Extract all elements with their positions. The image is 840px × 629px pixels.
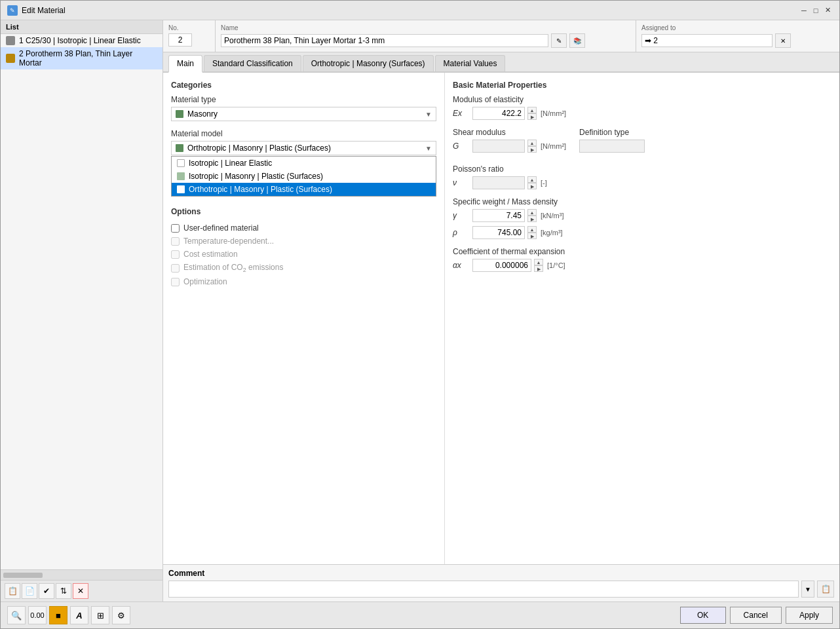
meta-name-input[interactable]	[221, 34, 548, 47]
tab-standard[interactable]: Standard Classification	[204, 55, 301, 71]
dropdown-option-1[interactable]: Isotropic | Linear Elastic	[172, 157, 436, 170]
checkbox-user-defined-input[interactable]	[171, 224, 180, 233]
apply-button[interactable]: Apply	[786, 607, 833, 624]
list-tool-add[interactable]: 📋	[5, 583, 20, 599]
list-item[interactable]: 1 C25/30 | Isotropic | Linear Elastic	[1, 34, 162, 47]
rho-spinners: ▲ ▶	[527, 226, 537, 239]
meta-no-input[interactable]	[168, 33, 192, 47]
v-input	[472, 176, 525, 189]
dropdown-option-3[interactable]: Orthotropic | Masonry | Plastic (Surface…	[172, 183, 436, 196]
tool-settings[interactable]: ⚙	[112, 606, 130, 624]
material-type-group: Material type Masonry ▼	[171, 95, 436, 121]
cancel-button[interactable]: Cancel	[730, 607, 782, 624]
gamma-spin-right[interactable]: ▶	[527, 216, 537, 222]
shear-def-row: Shear modulus G ▲ ▶ [N/mm²]	[453, 128, 831, 164]
tab-orthotropic[interactable]: Orthotropic | Masonry (Surfaces)	[303, 55, 434, 71]
comment-input[interactable]	[168, 581, 799, 598]
v-spin-right[interactable]: ▶	[527, 183, 537, 189]
list-tool-arrows[interactable]: ⇅	[56, 583, 71, 599]
comment-copy-button[interactable]: 📋	[817, 581, 834, 598]
tab-main[interactable]: Main	[168, 55, 202, 73]
ex-symbol: Ex	[453, 109, 468, 118]
scrollbar-thumb	[3, 573, 43, 578]
g-spin-up[interactable]: ▲	[527, 140, 537, 146]
bottom-tools-left: 🔍 0.00 ■ A ⊞ ⚙	[7, 606, 130, 624]
checkbox-cost-estimation-label: Cost estimation	[183, 250, 238, 259]
checkbox-cost-estimation: Cost estimation	[171, 248, 436, 261]
gamma-symbol: γ	[453, 211, 468, 220]
maximize-button[interactable]: □	[811, 5, 821, 16]
meta-assigned-label: Assigned to	[641, 24, 834, 31]
gamma-unit: [kN/m³]	[541, 212, 563, 219]
modulus-label: Modulus of elasticity	[453, 95, 831, 104]
comment-dropdown-button[interactable]: ▼	[801, 581, 814, 598]
tab-material-values[interactable]: Material Values	[435, 55, 506, 71]
meta-assigned-btn[interactable]: ✕	[775, 33, 791, 48]
material-model-icon	[176, 144, 183, 152]
checkbox-co2-estimation-label: Estimation of CO2 emissions	[183, 263, 283, 273]
rho-spin-right[interactable]: ▶	[527, 233, 537, 239]
material-type-label: Material type	[171, 95, 436, 104]
tool-text[interactable]: A	[70, 606, 88, 624]
meta-assigned: Assigned to ✕	[636, 20, 839, 52]
g-row: G ▲ ▶ [N/mm²]	[453, 140, 566, 153]
specific-weight-group: Specific weight / Mass density γ ▲ ▶ [kN…	[453, 197, 831, 239]
alpha-row: αx ▲ ▶ [1/°C]	[453, 259, 831, 272]
tool-search[interactable]: 🔍	[7, 606, 26, 624]
tool-value[interactable]: 0.00	[28, 606, 47, 624]
list-tool-copy[interactable]: 📄	[22, 583, 37, 599]
meta-no-label: No.	[168, 24, 210, 31]
minimize-button[interactable]: ─	[799, 5, 809, 16]
tool-grid[interactable]: ⊞	[91, 606, 109, 624]
g-input	[472, 140, 525, 153]
list-scrollbar[interactable]	[1, 569, 162, 580]
meta-assigned-input[interactable]	[641, 34, 773, 47]
ok-button[interactable]: OK	[680, 607, 726, 624]
rho-input[interactable]	[472, 226, 525, 239]
v-symbol: ν	[453, 178, 468, 187]
list-tool-check[interactable]: ✔	[39, 583, 54, 599]
meta-edit-button[interactable]: ✎	[551, 33, 567, 48]
material-model-dropdown-list: Isotropic | Linear Elastic Isotropic | M…	[171, 156, 436, 197]
shear-group: Shear modulus G ▲ ▶ [N/mm²]	[453, 128, 566, 157]
ex-spin-right[interactable]: ▶	[527, 113, 537, 120]
gamma-spin-up[interactable]: ▲	[527, 209, 537, 216]
close-button[interactable]: ✕	[822, 5, 833, 16]
gamma-spinners: ▲ ▶	[527, 209, 537, 222]
tool-color[interactable]: ■	[49, 606, 67, 624]
g-spin-right[interactable]: ▶	[527, 146, 537, 153]
ex-spinners: ▲ ▶	[527, 107, 537, 120]
alpha-input[interactable]	[472, 259, 531, 272]
shear-label: Shear modulus	[453, 128, 566, 137]
list-item-selected[interactable]: 2 Porotherm 38 Plan, Thin Layer Mortar	[1, 47, 162, 69]
g-symbol: G	[453, 142, 468, 151]
left-content: Categories Material type Masonry ▼ Mater…	[163, 73, 445, 564]
bmp-title: Basic Material Properties	[453, 81, 831, 90]
left-panel: List 1 C25/30 | Isotropic | Linear Elast…	[1, 20, 163, 601]
dropdown-option-2[interactable]: Isotropic | Masonry | Plastic (Surfaces)	[172, 170, 436, 183]
title-bar-buttons: ─ □ ✕	[799, 5, 833, 16]
v-unit: [-]	[541, 179, 547, 187]
list-tool-delete[interactable]: ✕	[73, 583, 88, 599]
gamma-input[interactable]	[472, 209, 525, 222]
ex-spin-up[interactable]: ▲	[527, 107, 537, 113]
checkbox-co2-estimation: Estimation of CO2 emissions	[171, 261, 436, 275]
v-spin-up[interactable]: ▲	[527, 176, 537, 183]
material-type-dropdown[interactable]: Masonry ▼	[171, 107, 436, 121]
thermal-label: Coefficient of thermal expansion	[453, 247, 831, 256]
checkbox-user-defined: User-defined material	[171, 221, 436, 235]
def-type-label: Definition type	[579, 128, 645, 137]
meta-info-button[interactable]: 📚	[569, 33, 585, 48]
bottom-tools-right: OK Cancel Apply	[680, 607, 833, 624]
alpha-spin-right[interactable]: ▶	[534, 265, 543, 272]
edit-material-window: ✎ Edit Material ─ □ ✕ List 1 C25/30 | Is…	[0, 0, 840, 629]
ex-input[interactable]	[472, 107, 525, 120]
right-content: Basic Material Properties Modulus of ela…	[445, 73, 839, 564]
material-model-dropdown[interactable]: Orthotropic | Masonry | Plastic (Surface…	[171, 141, 436, 155]
comment-label: Comment	[168, 569, 834, 578]
rho-spin-up[interactable]: ▲	[527, 226, 537, 233]
ex-row: Ex ▲ ▶ [N/mm²]	[453, 107, 831, 120]
list-header: List	[1, 20, 162, 34]
alpha-spin-up[interactable]: ▲	[534, 259, 543, 265]
meta-assigned-value: ✕	[641, 33, 834, 48]
